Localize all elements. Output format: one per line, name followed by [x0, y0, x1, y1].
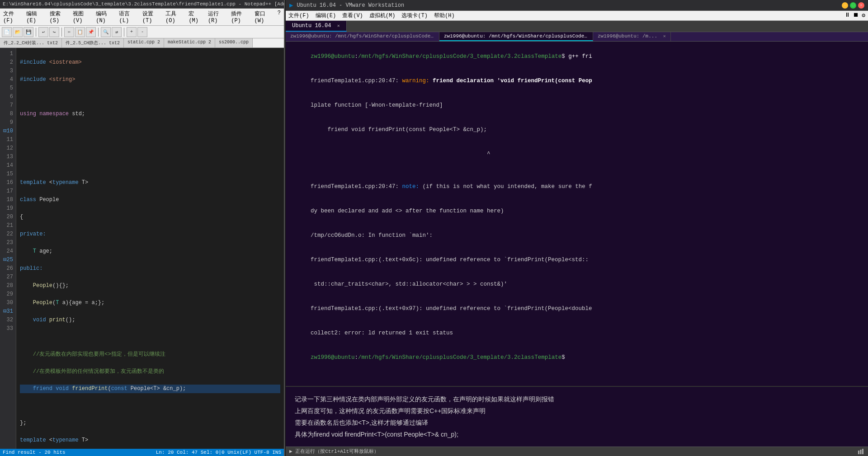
- term-prompt-line: zw1996@ubuntu:/mnt/hgfs/WinShare/cpluspl…: [290, 44, 863, 69]
- ln-10: ⊟10: [2, 127, 13, 136]
- code-line-7: [20, 161, 280, 170]
- left-toolbar: 📄 📂 💾 ↩ ↪ ✂ 📋 📌 🔍 ⇄ + -: [0, 26, 284, 38]
- vmware-tab-ubuntu[interactable]: Ubuntu 16.04 ✕: [286, 21, 347, 32]
- minimize-button[interactable]: –: [842, 2, 848, 9]
- menu-edit[interactable]: 编辑(E): [25, 9, 42, 24]
- code-line-5: [20, 127, 280, 136]
- toolbar-copy[interactable]: 📋: [75, 27, 85, 37]
- ln-21: 21: [2, 221, 13, 230]
- ln-9: 9: [2, 118, 13, 127]
- code-line-12: T age;: [20, 247, 280, 256]
- toolbar-paste[interactable]: 📌: [86, 27, 96, 37]
- toolbar-save[interactable]: 💾: [24, 27, 33, 37]
- terminal-area[interactable]: zw1996@ubuntu:/mnt/hgfs/WinShare/cpluspl…: [286, 42, 868, 386]
- note-line-4: 具体为firend void firendPrint<T>(const Peop…: [295, 428, 859, 440]
- ubuntu-tabs: zw1996@ubuntu: /mnt/hgfs/WinShare/cplusp…: [286, 32, 868, 42]
- toolbar-redo[interactable]: ↪: [49, 27, 59, 37]
- ln-3: 3: [2, 67, 13, 75]
- toolbar-separator2: [61, 28, 62, 37]
- ln-28: 28: [2, 282, 13, 290]
- ln-17: 17: [2, 187, 13, 196]
- status-right: Ln: 20 Col: 47 Sel: 0|0 Unix(LF) UTF-8 I…: [156, 450, 281, 455]
- toolbar-new[interactable]: 📄: [2, 27, 12, 37]
- tab-4[interactable]: makeStatic.cpp 2: [164, 38, 215, 47]
- vmware-tabs: Ubuntu 16.04 ✕: [286, 21, 868, 32]
- vm-menu-file[interactable]: 文件(F): [288, 12, 309, 19]
- vmware-statusbar: ▶ 正在运行（按Ctrl+Alt可释放鼠标）: [286, 447, 868, 456]
- vm-menu-help[interactable]: 帮助(H): [434, 12, 455, 19]
- toolbar-zoom-in[interactable]: +: [127, 27, 137, 37]
- svg-rect-2: [862, 449, 863, 454]
- menu-window[interactable]: 窗口(W): [253, 9, 271, 24]
- ubuntu-tab-1[interactable]: zw1996@ubuntu: /mnt/hgfs/WinShare/cplusp…: [286, 32, 439, 41]
- code-line-10: {: [20, 213, 280, 221]
- svg-rect-0: [858, 451, 859, 454]
- vm-menu-view[interactable]: 查看(V): [342, 12, 363, 19]
- toolbar-cut[interactable]: ✂: [64, 27, 74, 37]
- find-result-text: Find result - 20 hits: [3, 450, 66, 455]
- ln-25: ⊟25: [2, 256, 13, 264]
- notes-area: 记录一下第三种情况在类内部声明外部定义的友元函数，在声明的时候如果就这样声明则报…: [286, 386, 868, 447]
- ubuntu-tab-2[interactable]: zw1996@ubuntu: /mnt/hgfs/WinShare/cplusp…: [439, 32, 593, 41]
- ln-24: 24: [2, 247, 13, 256]
- note-line-2: 上网百度可知，这种情况 的友元函数声明需要按C++国际标准来声明: [295, 405, 859, 417]
- term-line-note1: friendTemplate1.cpp:20:47: note: (if thi…: [290, 174, 863, 199]
- menu-help[interactable]: ?: [276, 9, 282, 24]
- vmware-tab-close[interactable]: ✕: [337, 24, 340, 28]
- vm-toolbar-controls: ⏸ ⏹ ⚙: [844, 12, 865, 19]
- code-line-13: public:: [20, 264, 280, 273]
- toolbar-undo[interactable]: ↩: [38, 27, 48, 37]
- vm-menu-vm[interactable]: 虚拟机(M): [369, 12, 396, 19]
- ln-23: 23: [2, 239, 13, 247]
- menu-plugins[interactable]: 插件(P): [230, 9, 247, 24]
- tab-5[interactable]: ss2000..cpp: [215, 38, 253, 47]
- tab-2[interactable]: 件_2.5_CH静态... txt2: [62, 38, 124, 47]
- toolbar-zoom-out[interactable]: -: [137, 27, 147, 37]
- term-line-undef3: friendTemplate1.cpp:(.text+0x97): undefi…: [290, 296, 863, 321]
- code-line-16: void print();: [20, 316, 280, 324]
- menu-run[interactable]: 运行(R): [207, 9, 224, 24]
- menu-encode[interactable]: 编码(N): [94, 9, 112, 24]
- vmware-icon: ▶: [289, 1, 293, 9]
- ln-30: 30: [2, 299, 13, 307]
- code-line-4: using namespace std;: [20, 110, 280, 118]
- ln-29: 29: [2, 290, 13, 299]
- toolbar-separator3: [98, 28, 99, 37]
- term-line-warning1: friendTemplate1.cpp:20:47: warning: frie…: [290, 69, 863, 93]
- code-line-22: };: [20, 419, 280, 428]
- left-pane: E:\WinShare16.04\cplusplusCode\3_templat…: [0, 0, 285, 456]
- toolbar-find[interactable]: 🔍: [101, 27, 111, 37]
- vm-pause-icon[interactable]: ⏸: [844, 12, 850, 19]
- vmware-titlebar: ▶ Ubuntu 16.04 - VMware Workstation – □ …: [286, 0, 868, 11]
- term-line-note2: dy been declared and add <> after the fu…: [290, 199, 863, 223]
- menu-file[interactable]: 文件(F): [2, 9, 19, 24]
- note-line-3: 需要在函数名后也添加<T>,这样才能够通过编译: [295, 417, 859, 428]
- toolbar-replace[interactable]: ⇄: [112, 27, 122, 37]
- ln-18: 18: [2, 196, 13, 204]
- menu-search[interactable]: 搜索(S): [48, 9, 66, 24]
- menu-lang[interactable]: 语言(L): [118, 9, 135, 24]
- vmware-title-text: Ubuntu 16.04 - VMware Workstation: [297, 2, 404, 9]
- menu-view[interactable]: 视图(V): [71, 9, 89, 24]
- ubuntu-tab-3-close[interactable]: ✕: [663, 34, 666, 39]
- tab-3[interactable]: static.cpp 2: [124, 38, 164, 47]
- menu-tools[interactable]: 工具(O): [164, 9, 182, 24]
- code-line-11: private:: [20, 230, 280, 239]
- vm-menu-edit[interactable]: 编辑(E): [316, 12, 336, 19]
- tab-1[interactable]: 件_2.2_CH封装... txt2: [0, 38, 62, 47]
- code-content[interactable]: #include <iostream> #include <string> us…: [16, 48, 284, 449]
- vm-stop-icon[interactable]: ⏹: [853, 12, 859, 19]
- close-button[interactable]: ✕: [858, 2, 864, 9]
- term-line-caret: ^: [290, 142, 863, 166]
- menu-macro[interactable]: 宏(M): [187, 9, 201, 24]
- ln-12: 12: [2, 144, 13, 153]
- term-line-main: /tmp/ccO6udDn.o: In function `main':: [290, 223, 863, 248]
- vm-settings-icon[interactable]: ⚙: [862, 12, 865, 19]
- menu-settings[interactable]: 设置(T): [141, 9, 159, 24]
- ln-15: 15: [2, 170, 13, 179]
- vmware-title-left: ▶ Ubuntu 16.04 - VMware Workstation: [289, 1, 404, 9]
- toolbar-open[interactable]: 📂: [13, 27, 23, 37]
- maximize-button[interactable]: □: [850, 2, 856, 9]
- vm-menu-tabs[interactable]: 选项卡(T): [401, 12, 428, 19]
- ubuntu-tab-3[interactable]: zw1996@ubuntu: /m... ✕: [593, 32, 671, 41]
